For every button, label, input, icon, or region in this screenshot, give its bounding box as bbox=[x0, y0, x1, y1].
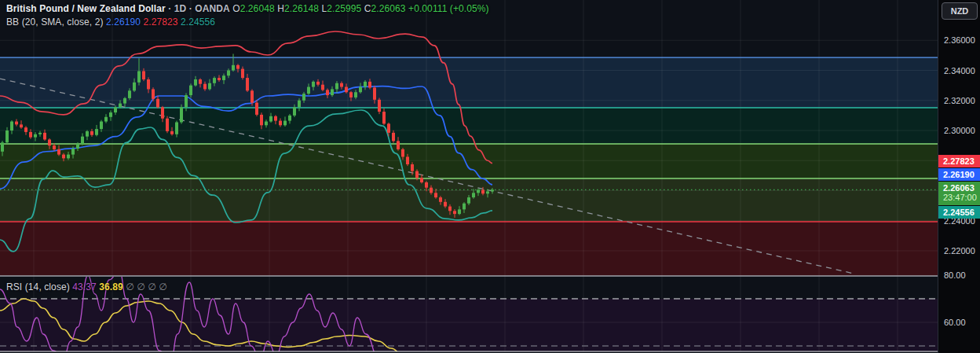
rsi-legend-row[interactable]: RSI (14, close) 43.37 36.89 ∅ ∅ ∅ ∅ bbox=[6, 281, 167, 292]
candle bbox=[1, 142, 4, 151]
candle bbox=[5, 131, 9, 142]
candle bbox=[345, 87, 348, 93]
candle bbox=[81, 137, 84, 145]
candle bbox=[359, 87, 362, 93]
rsi-zone bbox=[0, 299, 938, 351]
candle bbox=[232, 65, 235, 71]
candle bbox=[397, 141, 400, 149]
candle bbox=[298, 101, 301, 108]
candle bbox=[364, 82, 367, 87]
candle bbox=[48, 139, 51, 145]
candle bbox=[368, 82, 371, 88]
bb-upper-label: 2.27823 bbox=[938, 155, 980, 167]
axis-tick: 80.00 bbox=[944, 270, 966, 280]
candle bbox=[293, 107, 296, 116]
candle bbox=[222, 75, 225, 80]
candle bbox=[38, 133, 42, 134]
candle bbox=[316, 82, 320, 85]
candle bbox=[326, 90, 329, 95]
candle bbox=[302, 94, 305, 101]
candle bbox=[208, 83, 211, 90]
candle bbox=[180, 107, 183, 122]
open-key: O bbox=[232, 3, 240, 14]
bb-middle-value: 2.26190 bbox=[106, 17, 141, 28]
candle bbox=[415, 171, 419, 178]
axis-tick: 60.00 bbox=[944, 318, 966, 327]
candle bbox=[137, 71, 141, 82]
candle bbox=[29, 132, 32, 138]
rsi-value: 43.37 bbox=[72, 281, 97, 292]
candle bbox=[241, 69, 244, 78]
candle bbox=[100, 122, 103, 130]
price-axis[interactable]: NZD 2.360002.340002.320002.300002.240002… bbox=[938, 0, 980, 353]
candle bbox=[194, 79, 197, 86]
open-value: 2.26048 bbox=[240, 3, 275, 14]
candle bbox=[109, 112, 112, 117]
zone-green-upper bbox=[0, 144, 938, 178]
candle bbox=[67, 155, 70, 159]
candle bbox=[387, 123, 390, 132]
candle bbox=[401, 149, 404, 157]
candle bbox=[114, 107, 117, 112]
bb-upper-value: 2.27823 bbox=[144, 17, 178, 28]
candle bbox=[142, 71, 145, 79]
candle bbox=[119, 104, 122, 108]
candle bbox=[175, 122, 178, 134]
rsi-null-params: ∅ ∅ ∅ ∅ bbox=[126, 281, 167, 292]
candlestick-chart-canvas[interactable] bbox=[0, 0, 980, 353]
candle bbox=[354, 92, 357, 97]
candle bbox=[86, 131, 89, 137]
candle bbox=[189, 86, 192, 95]
candle bbox=[312, 82, 315, 87]
rsi-label: RSI (14, close) bbox=[6, 281, 70, 292]
candle bbox=[260, 115, 263, 125]
candle bbox=[236, 65, 240, 69]
candle bbox=[15, 122, 18, 125]
change-value: +0.00111 (+0.05%) bbox=[408, 3, 489, 14]
candle bbox=[53, 145, 56, 149]
candle bbox=[246, 78, 249, 90]
candle bbox=[453, 211, 456, 214]
candle bbox=[170, 131, 174, 134]
candle bbox=[463, 204, 466, 210]
candle bbox=[378, 100, 381, 112]
candle bbox=[349, 92, 353, 97]
candle bbox=[288, 116, 291, 121]
candle bbox=[373, 88, 376, 100]
candle bbox=[62, 155, 65, 159]
axis-tick: 2.36000 bbox=[944, 35, 975, 45]
candle bbox=[340, 83, 343, 87]
axis-tick: 2.34000 bbox=[944, 66, 975, 75]
candle bbox=[90, 131, 93, 135]
candle bbox=[218, 78, 221, 80]
candle bbox=[444, 202, 447, 207]
candle bbox=[10, 122, 13, 131]
candle bbox=[24, 127, 27, 132]
candle bbox=[76, 144, 79, 149]
close-value: 2.26063 bbox=[371, 3, 406, 14]
zone-teal bbox=[0, 108, 938, 144]
candle bbox=[95, 129, 98, 135]
interval-source: · 1D · OANDA bbox=[168, 3, 230, 14]
candle bbox=[274, 116, 277, 121]
candle bbox=[472, 193, 475, 197]
countdown-timer: 23:47:00 bbox=[943, 193, 980, 202]
price-zones bbox=[0, 57, 938, 276]
bb-legend-row[interactable]: BB (20, SMA, close, 2) 2.26190 2.27823 2… bbox=[6, 17, 215, 28]
candle bbox=[411, 164, 414, 171]
symbol-legend-row[interactable]: British Pound / New Zealand Dollar · 1D … bbox=[6, 3, 489, 14]
candle bbox=[491, 189, 494, 191]
candle bbox=[104, 117, 108, 122]
candle bbox=[71, 149, 75, 155]
candle bbox=[265, 122, 268, 126]
candle bbox=[477, 190, 480, 193]
candle bbox=[486, 191, 489, 193]
candle bbox=[156, 99, 159, 108]
currency-toggle-button[interactable]: NZD bbox=[942, 2, 978, 20]
bb-lower-value: 2.24556 bbox=[181, 17, 215, 28]
candle bbox=[467, 197, 470, 204]
candle bbox=[434, 193, 437, 197]
candle bbox=[203, 84, 207, 90]
candle bbox=[43, 133, 46, 140]
candle bbox=[439, 197, 442, 202]
